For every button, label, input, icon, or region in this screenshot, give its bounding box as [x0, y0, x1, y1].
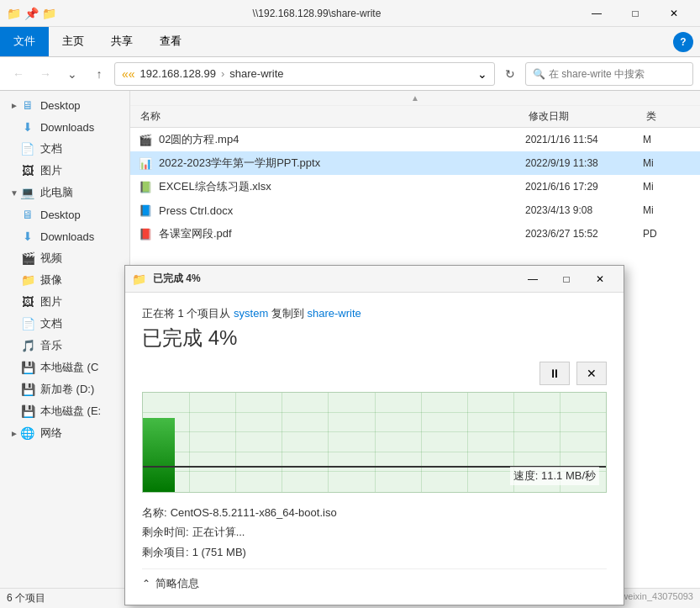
grid-v7 — [467, 393, 468, 492]
file-name: 02圆的方程.mp4 — [159, 132, 525, 147]
close-button[interactable]: ✕ — [655, 0, 693, 27]
sidebar-item-video-pc[interactable]: 🎬 视频 — [0, 247, 129, 269]
file-row[interactable]: 📊 2022-2023学年第一学期PPT.pptx 2022/9/19 11:3… — [130, 151, 700, 175]
sidebar-item-docs-pc[interactable]: 📄 文档 — [0, 313, 129, 335]
cancel-transfer-button[interactable]: ✕ — [576, 362, 607, 385]
grid-v6 — [421, 393, 422, 492]
time-value: 正在计算... — [192, 522, 245, 542]
file-type: PD — [643, 228, 693, 240]
sidebar-item-desktop-pc[interactable]: 🖥 Desktop — [0, 204, 129, 225]
search-icon: 🔍 — [533, 68, 545, 80]
path-dropdown-button[interactable]: ⌄ — [477, 67, 487, 81]
tab-share[interactable]: 共享 — [97, 27, 146, 56]
sidebar-item-camera-pc[interactable]: 📁 摄像 — [0, 269, 129, 291]
network-icon: 🌐 — [20, 426, 35, 441]
sidebar-item-this-pc[interactable]: ▼ 💻 此电脑 — [0, 182, 129, 204]
file-name: EXCEL综合练习题.xlsx — [159, 179, 525, 194]
dialog-minimize-button[interactable]: — — [516, 267, 550, 291]
tab-view[interactable]: 查看 — [146, 27, 195, 56]
progress-chart: 速度: 11.1 MB/秒 — [142, 392, 607, 493]
file-row[interactable]: 🎬 02圆的方程.mp4 2021/1/16 11:54 M — [130, 128, 700, 151]
dropdown-button[interactable]: ⌄ — [61, 62, 84, 86]
pause-button[interactable]: ⏸ — [539, 362, 570, 385]
desktop2-icon: 🖥 — [20, 207, 35, 222]
sidebar-item-drive-e[interactable]: 💾 本地磁盘 (E: — [0, 400, 129, 422]
file-row[interactable]: 📕 各课室网段.pdf 2023/6/27 15:52 PD — [130, 222, 700, 246]
sidebar-item-docs-quick[interactable]: ► 📄 文档 — [0, 138, 129, 160]
search-input[interactable] — [549, 68, 675, 80]
collapse-chevron-icon: ⌃ — [142, 578, 150, 589]
grid-v3 — [282, 393, 282, 492]
file-date: 2023/4/13 9:08 — [525, 204, 643, 216]
path-folder-icon: «« — [122, 67, 135, 81]
ribbon: 文件 主页 共享 查看 ? — [0, 27, 700, 57]
name-value: CentOS-8.5.2111-x86_64-boot.iso — [171, 503, 337, 522]
sidebar-item-pics2-pc[interactable]: 🖼 图片 — [0, 291, 129, 313]
sidebar-item-network[interactable]: ► 🌐 网络 — [0, 422, 129, 444]
sidebar: ► 🖥 Desktop ► ⬇ Downloads ► 📄 文档 ► 🖼 图片 … — [0, 91, 130, 608]
file-type: Mi — [643, 157, 693, 169]
details-time-row: 剩余时间: 正在计算... — [142, 522, 607, 542]
collapse-section[interactable]: ⌃ 简略信息 — [142, 568, 607, 591]
sidebar-item-music-pc[interactable]: 🎵 音乐 — [0, 335, 129, 357]
downloads-icon: ⬇ — [20, 119, 35, 135]
docs-icon: 📄 — [20, 141, 35, 156]
progress-description: 正在将 1 个项目从 system 复制到 share-write — [142, 306, 607, 321]
grid-v2 — [235, 393, 236, 492]
up-button[interactable]: ↑ — [87, 62, 111, 86]
back-button[interactable]: ← — [7, 62, 30, 86]
col-date-header: 修改日期 — [525, 109, 643, 124]
chevron-icon: ► — [10, 101, 18, 110]
help-button[interactable]: ? — [673, 32, 693, 52]
sidebar-item-downloads-quick[interactable]: ► ⬇ Downloads — [0, 116, 129, 138]
grid-v5 — [375, 393, 376, 492]
pc-icon: 💻 — [20, 185, 35, 200]
title-bar-icons: 📁 📌 📁 — [7, 7, 56, 20]
address-path[interactable]: «« 192.168.128.99 › share-write ⌄ — [114, 62, 495, 86]
sidebar-item-desktop-quick[interactable]: ► 🖥 Desktop — [0, 94, 129, 116]
dialog-title-text: 已完成 4% — [153, 272, 516, 286]
grid-v4 — [328, 393, 329, 492]
file-header: 名称 修改日期 类 — [130, 106, 700, 128]
window-title: \\192.168.128.99\share-write — [56, 8, 577, 19]
drive-c-icon: 💾 — [20, 360, 35, 375]
pptx-icon: 📊 — [137, 157, 154, 170]
sidebar-item-pics-quick[interactable]: ► 🖼 图片 — [0, 160, 129, 182]
progress-actions: ⏸ ✕ — [142, 362, 607, 385]
pics-icon: 🖼 — [20, 163, 35, 178]
item-count: 6 个项目 — [7, 591, 45, 605]
progress-text: 正在将 1 个项目从 — [142, 307, 230, 320]
maximize-button[interactable]: □ — [616, 0, 655, 27]
dialog-maximize-button[interactable]: □ — [550, 267, 583, 291]
path-sep: › — [221, 67, 224, 80]
title-bar: 📁 📌 📁 \\192.168.128.99\share-write — □ ✕ — [0, 0, 700, 27]
sidebar-item-drive-c[interactable]: 💾 本地磁盘 (C — [0, 357, 129, 378]
refresh-button[interactable]: ↻ — [498, 62, 522, 86]
progress-bar — [143, 418, 175, 493]
tab-home[interactable]: 主页 — [49, 27, 97, 56]
progress-percentage: 已完成 4% — [142, 325, 607, 352]
middle-text: 复制到 — [271, 307, 304, 320]
sidebar-item-downloads-pc[interactable]: ⬇ Downloads — [0, 225, 129, 247]
items-label: 剩余项目: — [142, 542, 189, 562]
pics2-icon: 🖼 — [20, 294, 35, 309]
speed-label: 速度: 11.1 MB/秒 — [510, 467, 599, 485]
file-row[interactable]: 📗 EXCEL综合练习题.xlsx 2021/6/16 17:29 Mi — [130, 175, 700, 198]
sidebar-item-drive-d[interactable]: 💾 新加卷 (D:) — [0, 378, 129, 400]
col-type-header: 类 — [643, 109, 693, 124]
drive-e-icon: 💾 — [20, 404, 35, 419]
name-label: 名称: — [142, 503, 167, 522]
dialog-folder-icon: 📁 — [132, 272, 146, 286]
file-date: 2022/9/19 11:38 — [525, 157, 643, 169]
forward-button[interactable]: → — [34, 62, 57, 86]
file-row[interactable]: 📘 Press Ctrl.docx 2023/4/13 9:08 Mi — [130, 198, 700, 222]
pdf-icon: 📕 — [137, 228, 154, 241]
music-icon: 🎵 — [20, 338, 35, 353]
tab-file[interactable]: 文件 — [0, 27, 49, 56]
minimize-button[interactable]: — — [577, 0, 616, 27]
dialog-close-button[interactable]: ✕ — [583, 267, 617, 291]
file-type: M — [643, 134, 693, 145]
folder-icon: 📁 — [7, 7, 21, 20]
grid-v1 — [189, 393, 190, 492]
camera-icon: 📁 — [20, 272, 35, 288]
